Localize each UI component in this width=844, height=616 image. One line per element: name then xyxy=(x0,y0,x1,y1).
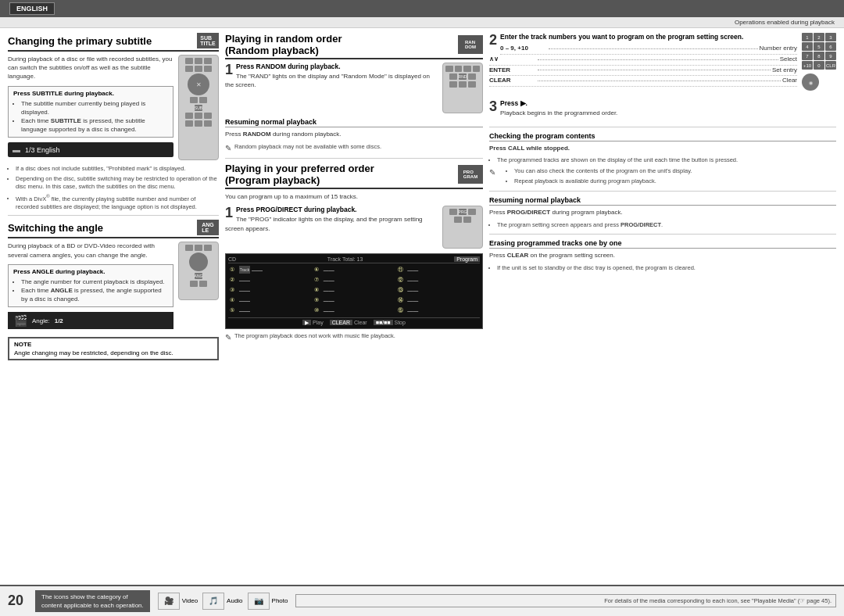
rand-r-5 xyxy=(449,73,457,80)
num-btn-2: 2 xyxy=(814,33,824,41)
section-angle-title: Switching the angle ANGLE xyxy=(8,220,219,238)
footer-icons: 🎥 Video 🎵 Audio 📷 Photo xyxy=(158,593,288,610)
r-btn-10 xyxy=(195,113,202,119)
num-btn-clr: CLR xyxy=(825,61,836,70)
track-icon-1: Track xyxy=(239,266,250,274)
page-number: 20 xyxy=(8,593,27,609)
r-btn-5 xyxy=(195,66,202,72)
prog-row-7: ⑦ —— xyxy=(313,275,396,285)
prog-row-13: ⑬ —— xyxy=(396,285,480,295)
r-btn-1 xyxy=(185,58,193,64)
rand-r-3 xyxy=(463,66,471,72)
page: ENGLISH Operations enabled during playba… xyxy=(0,0,844,616)
check-note-2: Repeat playback is available during prog… xyxy=(514,177,692,186)
prog-row-8: ⑧ —— xyxy=(313,285,396,295)
prog-r-1 xyxy=(449,209,457,215)
random-step1: 1 Press RANDOM during playback. The "RAN… xyxy=(225,63,438,94)
rand-r-8 xyxy=(459,81,467,88)
prog-cd-label: CD xyxy=(228,256,236,262)
right-step2: 2 Enter the track numbers you want to pr… xyxy=(489,33,797,90)
resuming-normal-body-2a: Press PROG/DIRECT during program playbac… xyxy=(489,208,836,217)
program-step1: 1 Press PROG/DIRECT during playback. The… xyxy=(225,206,438,237)
right-step2-title: Enter the track numbers you want to prog… xyxy=(489,33,797,41)
prog-row-3: ③ —— xyxy=(228,285,312,295)
check-note-1: You can also check the contents of the p… xyxy=(514,167,692,176)
prog-row-5: ⑤ —— xyxy=(228,306,312,315)
language-bar: ENGLISH xyxy=(0,0,844,17)
erase-bullet-1: If the unit is set to standby or the dis… xyxy=(497,264,836,273)
r-btn-13 xyxy=(195,120,202,127)
prog-row-15: ⑮ —— xyxy=(396,306,480,315)
subtitle-display-value: 1/3 English xyxy=(25,146,60,154)
r-btn-14 xyxy=(204,120,212,127)
subtitle-display: ▬ 1/3 English xyxy=(8,142,173,157)
film-icon: ▬ xyxy=(13,145,20,154)
right-step3-body: Playback begins in the programmed order. xyxy=(489,109,836,117)
footer-note: For details of the media corresponding t… xyxy=(295,594,836,607)
program-icon-badge: PROGRAM xyxy=(458,165,483,184)
prog-r-3 xyxy=(454,217,462,223)
footer-icon-video: 🎥 Video xyxy=(158,593,198,610)
press-angle-title: Press ANGLE during playback. xyxy=(13,268,168,275)
section-subtitle-title: Changing the primary subtitle SUBTITLE xyxy=(8,33,219,52)
erase-title: Erasing programmed tracks one by one xyxy=(489,239,836,249)
resuming-normal-title-2: Resuming normal playback xyxy=(489,196,836,206)
program-step1-section: 1 Press PROG/DIRECT during playback. The… xyxy=(225,206,483,249)
prog-row-2: ② —— xyxy=(228,275,312,285)
resuming-normal-body-1: Press RANDOM during random playback. xyxy=(225,130,483,138)
angle-remote: ANG xyxy=(178,242,219,300)
angle-bullet-2: Each time ANGLE is pressed, the angle su… xyxy=(21,286,168,303)
num-btn-7: 7 xyxy=(802,52,813,60)
number-table: 0 – 9, +10 Number entry ∧∨ Select xyxy=(489,44,797,87)
nav-circle-remote: ◉ xyxy=(802,73,819,91)
check-title: Checking the program contents xyxy=(489,132,836,141)
program-note: ✎ The program playback does not work wit… xyxy=(225,332,483,343)
num-btn-plus10: +10 xyxy=(802,61,813,70)
prog-r-4 xyxy=(463,217,471,223)
angle-value: 1/2 xyxy=(55,317,63,324)
subtitle-section-body: During playback of a disc or file with r… xyxy=(8,55,219,160)
note-body: Angle changing may be restricted, depend… xyxy=(14,349,213,356)
prog-row-12: ⑫ —— xyxy=(396,275,480,285)
press-subtitle-bullets: The subtitle number currently being play… xyxy=(13,99,168,134)
note-title: NOTE xyxy=(14,341,213,348)
program-step1-body: The "PROG" indicator lights on the displ… xyxy=(225,215,438,232)
erase-bullets: If the unit is set to standby or the dis… xyxy=(489,264,836,273)
subtitle-notes: If a disc does not include subtitles, "P… xyxy=(8,165,219,211)
num-btn-0: 0 xyxy=(814,61,824,70)
angle-desc: During playback of a BD or DVD-Video rec… xyxy=(8,242,173,259)
angle-display: 🎬 Angle: 1/2 xyxy=(8,312,173,329)
r-btn-8 xyxy=(199,97,207,103)
operations-bar: Operations enabled during playback xyxy=(0,17,844,28)
subtitle-bullet-2: Each time SUBTITLE is pressed, the subti… xyxy=(21,116,168,134)
subtitle-note-2: Depending on the disc, subtitle switchin… xyxy=(16,175,219,192)
num-btn-8: 8 xyxy=(814,52,824,60)
random-icon-badge: RANDOM xyxy=(458,35,483,54)
prog-track-total-label: Track Total: 13 xyxy=(327,256,363,262)
table-row-enter: ENTER Set entry xyxy=(489,66,797,77)
num-btn-9: 9 xyxy=(825,52,836,60)
program-intro: You can program up to a maximum of 15 tr… xyxy=(225,192,483,201)
rand-r-1 xyxy=(445,66,453,72)
angle-bullet-1: The angle number for current playback is… xyxy=(21,278,168,286)
program-screen: CD Track Total: 13 Program ① Track —— xyxy=(225,253,483,329)
r-btn-12 xyxy=(185,120,193,127)
rand-r-6 xyxy=(468,73,476,80)
r-btn-3 xyxy=(204,58,212,64)
prog-footer: ▶ Play CLEAR Clear ■■/■■ Stop xyxy=(228,317,480,326)
prog-row-11: ⑪ —— xyxy=(396,265,480,274)
language-badge: ENGLISH xyxy=(9,2,55,15)
table-row-clear: CLEAR Clear xyxy=(489,76,797,87)
program-remote: PRG xyxy=(442,206,483,249)
angle-icon-badge: ANGLE xyxy=(197,220,219,235)
check-note-icon: ✎ xyxy=(489,167,495,178)
prog-row-9: ⑨ —— xyxy=(313,295,396,305)
check-note-block: ✎ You can also check the contents of the… xyxy=(489,167,836,187)
rand-r-2 xyxy=(455,66,463,72)
num-btn-3: 3 xyxy=(825,33,836,41)
section-random-title: Playing in random order (Random playback… xyxy=(225,33,483,59)
subtitle-icon-badge: SUBTITLE xyxy=(197,33,219,48)
prog-grid: ① Track —— ⑥ —— ⑪ —— ② —— xyxy=(228,265,480,315)
random-step1-body: The "RAND" lights on the display and "Ra… xyxy=(225,72,438,89)
prog-stop-btn: ■■/■■ Stop xyxy=(374,320,406,326)
